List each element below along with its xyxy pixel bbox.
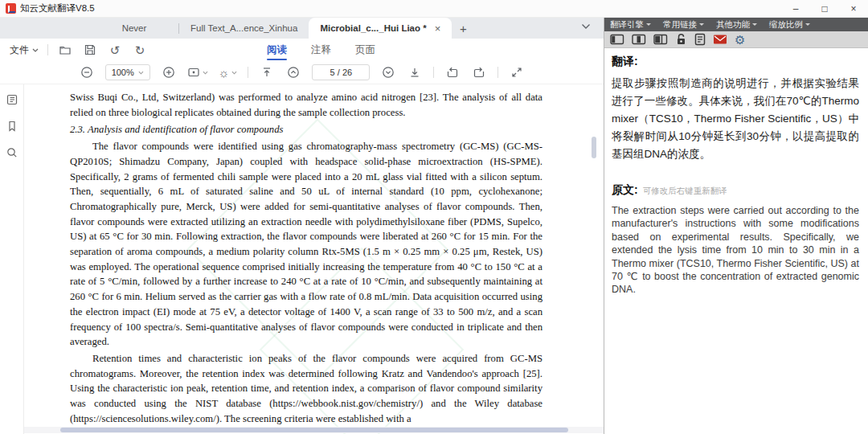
zoom-in-icon[interactable] [161, 64, 177, 80]
chevron-down-icon [32, 48, 39, 52]
zoom-out-icon[interactable] [79, 64, 95, 80]
original-text[interactable]: The extraction steps were carried out ac… [612, 204, 859, 297]
thumbnails-icon[interactable] [4, 92, 20, 108]
tab-list-chevron-down-icon[interactable] [578, 18, 594, 35]
paragraph: Swiss Buqi Co., Ltd, Switzerland) was pe… [70, 90, 542, 120]
brightness-icon: ☼ [219, 67, 230, 79]
translation-menu-bar: 翻译引擎 常用链接 其他功能 缩放比例 [604, 18, 868, 31]
toolbar-divider [497, 67, 498, 78]
original-label: 原文: [612, 183, 638, 198]
translation-panel: 翻译: 提取步骤按照制造商的说明进行，并根据实验结果进行了一些修改。具体来说，我… [604, 48, 868, 434]
display-mode-dropdown[interactable] [187, 67, 208, 78]
layout-middle-panel-icon[interactable] [632, 33, 646, 46]
mail-icon[interactable] [713, 33, 727, 46]
view-mode-annotate[interactable]: 注释 [309, 40, 333, 60]
bookmark-icon[interactable] [4, 118, 20, 134]
chevron-down-icon [752, 23, 757, 26]
rotate-right-icon[interactable] [471, 64, 487, 80]
tab-close-icon[interactable]: × [435, 23, 441, 35]
paragraph: The flavor compounds were identified usi… [70, 139, 542, 350]
save-icon[interactable] [82, 42, 98, 58]
horizontal-scrollbar[interactable] [24, 427, 604, 433]
rotate-left-icon[interactable] [444, 64, 461, 80]
paragraph: Retention times and characteristic ion p… [70, 351, 542, 427]
previous-page-icon[interactable] [285, 64, 301, 80]
window-controls: – □ × [781, 0, 868, 18]
menu-other-functions[interactable]: 其他功能 [716, 19, 757, 31]
view-mode-tabs: 阅读 注释 页面 [265, 39, 377, 61]
tab-label: Never [122, 23, 147, 33]
open-file-icon[interactable] [57, 42, 73, 58]
menu-common-links[interactable]: 常用链接 [663, 19, 704, 31]
pdf-sidebar [0, 84, 24, 434]
redo-icon[interactable]: ↻ [132, 42, 148, 58]
title-bar: 知云文献翻译V8.5 – □ × [0, 0, 868, 18]
layout-left-panel-icon[interactable] [610, 33, 624, 46]
new-tab-button[interactable]: + [452, 18, 474, 39]
file-menu[interactable]: 文件 [10, 43, 39, 57]
page-number-value: 5 / 26 [330, 68, 353, 77]
view-mode-read[interactable]: 阅读 [265, 40, 289, 60]
main-toolbar: 文件 ↺ ↻ 阅读 注释 页面 [0, 39, 604, 61]
tab-microbial-active[interactable]: Microbial_c..._Hui Liao * × [309, 18, 452, 39]
tab-never[interactable]: Never [90, 18, 178, 39]
next-page-icon[interactable] [380, 64, 396, 80]
chevron-down-icon [203, 71, 208, 75]
scroll-to-top-icon[interactable] [259, 64, 275, 80]
pdf-controls-toolbar: 100% ☼ 5 / 26 [0, 61, 604, 84]
section-heading: 2.3. Analysis and identification of flav… [70, 122, 542, 137]
tab-fulltext[interactable]: Full Text_A...ence_Xinhua [179, 18, 309, 39]
display-mode-icon [187, 67, 200, 78]
minimize-button[interactable]: – [781, 0, 810, 18]
gear-icon[interactable]: ⚙ [735, 33, 745, 46]
layout-split-panel-icon[interactable] [653, 33, 668, 46]
zoom-level-select[interactable]: 100% [105, 64, 150, 80]
chevron-down-icon [699, 23, 704, 26]
original-hint: 可修改后右键重新翻译 [643, 186, 727, 197]
fullscreen-icon[interactable] [509, 64, 525, 80]
horizontal-scrollbar-thumb[interactable] [60, 428, 568, 432]
vertical-scrollbar-thumb[interactable] [592, 137, 596, 158]
translation-icon-bar: ⚙ [604, 31, 868, 48]
notes-icon[interactable] [694, 33, 706, 46]
app-logo-icon [6, 3, 16, 14]
close-button[interactable]: × [839, 0, 868, 18]
toolbar-divider [248, 67, 248, 78]
menu-translation-engine[interactable]: 翻译引擎 [610, 19, 651, 31]
chevron-down-icon [138, 71, 144, 75]
view-mode-page[interactable]: 页面 [354, 40, 377, 60]
search-icon[interactable] [4, 145, 20, 161]
pdf-page-view[interactable]: Swiss Buqi Co., Ltd, Switzerland) was pe… [24, 84, 604, 434]
translation-label: 翻译: [612, 55, 859, 69]
translation-text[interactable]: 提取步骤按照制造商的说明进行，并根据实验结果进行了一些修改。具体来说，我们在70… [612, 75, 859, 163]
maximize-button[interactable]: □ [810, 0, 839, 18]
chevron-down-icon [805, 23, 810, 26]
tab-label: Full Text_A...ence_Xinhua [190, 23, 297, 33]
app-title: 知云文献翻译V8.5 [20, 2, 95, 14]
undo-icon[interactable]: ↺ [107, 42, 123, 58]
zoom-level-value: 100% [112, 68, 134, 77]
download-icon[interactable] [407, 64, 423, 80]
file-menu-label: 文件 [10, 43, 29, 57]
lock-icon[interactable] [675, 33, 687, 46]
page-number-input[interactable]: 5 / 26 [312, 64, 370, 80]
pdf-page-text: Swiss Buqi Co., Ltd, Switzerland) was pe… [70, 90, 542, 426]
toolbar-divider [47, 44, 48, 55]
document-tab-bar: Never Full Text_A...ence_Xinhua Microbia… [0, 18, 604, 39]
brightness-dropdown[interactable]: ☼ [219, 67, 238, 79]
tab-label: Microbial_c..._Hui Liao * [320, 23, 426, 33]
toolbar-divider [433, 67, 434, 78]
menu-zoom-ratio[interactable]: 缩放比例 [769, 19, 810, 31]
chevron-down-icon [646, 23, 651, 26]
chevron-down-icon [231, 71, 237, 75]
